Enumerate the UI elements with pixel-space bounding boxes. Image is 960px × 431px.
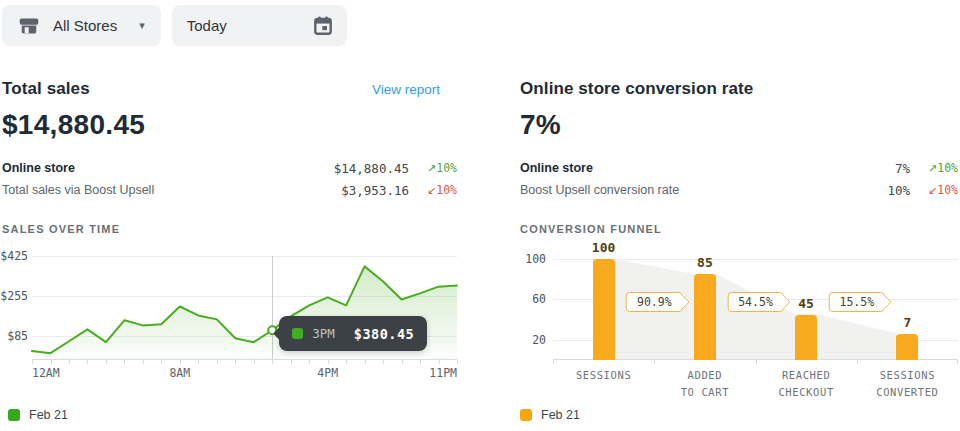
total-sales-value: $14,880.45 bbox=[2, 108, 457, 142]
funnel-legend: Feb 21 bbox=[520, 408, 958, 422]
trend-up-icon: ↗ bbox=[928, 162, 937, 175]
y-tick-label: 20 bbox=[532, 333, 546, 347]
trend-percent: 10% bbox=[436, 161, 457, 175]
axis-tick bbox=[291, 360, 292, 364]
metric-label: Online store bbox=[2, 161, 334, 175]
store-filter-label: All Stores bbox=[53, 17, 117, 34]
card-header: Online store conversion rate bbox=[520, 79, 958, 99]
metric-label: Online store bbox=[520, 161, 895, 175]
legend-label: Feb 21 bbox=[541, 408, 580, 422]
metric-value: 10% bbox=[887, 183, 910, 198]
funnel-category-label: SESSIONS CONVERTED bbox=[857, 367, 958, 401]
metric-rows: Online store $14,880.45 ↗10% Total sales… bbox=[2, 157, 457, 201]
bar-value-label: 7 bbox=[903, 315, 911, 330]
sales-chart-plot[interactable]: 3PM$380.45 bbox=[32, 254, 457, 360]
axis-tick bbox=[198, 360, 199, 364]
tooltip-series-swatch-icon bbox=[292, 328, 303, 339]
chevron-down-icon: ▾ bbox=[139, 19, 145, 32]
axis-tick bbox=[51, 360, 52, 364]
total-sales-card: Total sales View report $14,880.45 Onlin… bbox=[2, 56, 457, 422]
funnel-bar[interactable] bbox=[694, 274, 716, 360]
x-tick-label: 4PM bbox=[317, 366, 338, 380]
bar-value-label: 45 bbox=[798, 296, 814, 311]
legend-swatch-orange-icon bbox=[520, 409, 532, 421]
x-tick-label: 8AM bbox=[169, 366, 190, 380]
conversion-funnel-chart[interactable]: 1006020 1008545790.9%54.5%15.5% SESSIONS… bbox=[520, 254, 958, 384]
x-tick-label: 12AM bbox=[32, 366, 60, 380]
view-report-link[interactable]: View report bbox=[372, 82, 440, 97]
legend-label: Feb 21 bbox=[29, 408, 68, 422]
metric-row-online-store: Online store 7% ↗10% bbox=[520, 157, 958, 179]
axis-tick bbox=[654, 360, 655, 364]
trend-badge-down: ↙10% bbox=[910, 183, 958, 197]
date-filter-button[interactable]: Today bbox=[172, 5, 347, 46]
conversion-funnel-label: CONVERSION FUNNEL bbox=[520, 223, 958, 235]
conversion-rate-badge: 54.5% bbox=[727, 292, 784, 312]
funnel-bar[interactable] bbox=[795, 315, 817, 361]
axis-tick bbox=[69, 360, 70, 364]
metric-label: Boost Upsell conversion rate bbox=[520, 183, 887, 197]
dashboard-content: Total sales View report $14,880.45 Onlin… bbox=[0, 56, 960, 422]
axis-tick bbox=[309, 360, 310, 364]
metric-value: $14,880.45 bbox=[334, 161, 409, 176]
sales-x-labels: 12AM8AM4PM11PM bbox=[32, 366, 457, 382]
axis-tick bbox=[857, 360, 858, 364]
axis-tick bbox=[32, 360, 33, 364]
bar-value-label: 100 bbox=[592, 240, 615, 255]
axis-tick bbox=[272, 360, 273, 364]
sales-y-labels: $425$255$85 bbox=[2, 254, 28, 360]
axis-tick bbox=[420, 360, 421, 364]
axis-tick bbox=[106, 360, 107, 364]
axis-tick bbox=[402, 360, 403, 364]
axis-tick bbox=[439, 360, 440, 364]
metric-label: Total sales via Boost Upsell bbox=[2, 183, 341, 197]
y-tick-label: 100 bbox=[525, 252, 546, 266]
trend-percent: 10% bbox=[436, 183, 457, 197]
metric-row-boost-upsell: Boost Upsell conversion rate 10% ↙10% bbox=[520, 179, 958, 201]
metric-value: $3,953.16 bbox=[341, 183, 409, 198]
funnel-category-label: SESSIONS bbox=[553, 367, 654, 401]
metric-rows: Online store 7% ↗10% Boost Upsell conver… bbox=[520, 157, 958, 201]
funnel-category-labels: SESSIONSADDED TO CARTREACHED CHECKOUTSES… bbox=[553, 367, 958, 401]
trend-down-icon: ↙ bbox=[928, 184, 937, 197]
trend-badge-down: ↙10% bbox=[409, 183, 457, 197]
axis-tick bbox=[254, 360, 255, 364]
metric-value: 7% bbox=[895, 161, 910, 176]
axis-tick bbox=[553, 360, 554, 364]
axis-tick bbox=[383, 360, 384, 364]
y-tick-label: $255 bbox=[0, 289, 28, 303]
x-tick-label: 11PM bbox=[429, 366, 457, 380]
axis-tick bbox=[365, 360, 366, 364]
funnel-category-label: REACHED CHECKOUT bbox=[756, 367, 857, 401]
axis-tick bbox=[217, 360, 218, 364]
tooltip-value: $380.45 bbox=[354, 326, 414, 342]
sales-over-time-chart[interactable]: $425$255$85 3PM$380.45 12AM8AM4PM11PM bbox=[2, 254, 457, 384]
store-filter-button[interactable]: All Stores ▾ bbox=[2, 5, 161, 46]
conversion-rate-title: Online store conversion rate bbox=[520, 79, 753, 99]
axis-tick bbox=[143, 360, 144, 364]
axis-tick bbox=[161, 360, 162, 364]
axis-tick bbox=[124, 360, 125, 364]
funnel-y-labels: 1006020 bbox=[520, 254, 546, 360]
trend-percent: 10% bbox=[937, 161, 958, 175]
axis-tick bbox=[457, 360, 458, 364]
funnel-bar[interactable] bbox=[593, 259, 615, 360]
trend-badge-up: ↗10% bbox=[910, 161, 958, 175]
axis-tick bbox=[756, 360, 757, 364]
funnel-plot[interactable]: 1008545790.9%54.5%15.5% bbox=[553, 254, 958, 360]
legend-swatch-green-icon bbox=[8, 409, 20, 421]
y-tick-label: 60 bbox=[532, 292, 546, 306]
axis-tick bbox=[87, 360, 88, 364]
funnel-bar[interactable] bbox=[896, 334, 918, 360]
funnel-category-label: ADDED TO CART bbox=[654, 367, 755, 401]
tooltip-time: 3PM bbox=[312, 326, 335, 341]
trend-percent: 10% bbox=[937, 183, 958, 197]
conversion-rate-badge: 15.5% bbox=[828, 292, 885, 312]
conversion-rate-badge: 90.9% bbox=[626, 292, 683, 312]
storefront-icon bbox=[18, 15, 40, 37]
date-filter-label: Today bbox=[187, 17, 227, 34]
sales-over-time-label: SALES OVER TIME bbox=[2, 223, 457, 235]
trend-down-icon: ↙ bbox=[427, 184, 436, 197]
total-sales-title: Total sales bbox=[2, 79, 90, 99]
conversion-rate-card: Online store conversion rate 7% Online s… bbox=[520, 56, 958, 422]
